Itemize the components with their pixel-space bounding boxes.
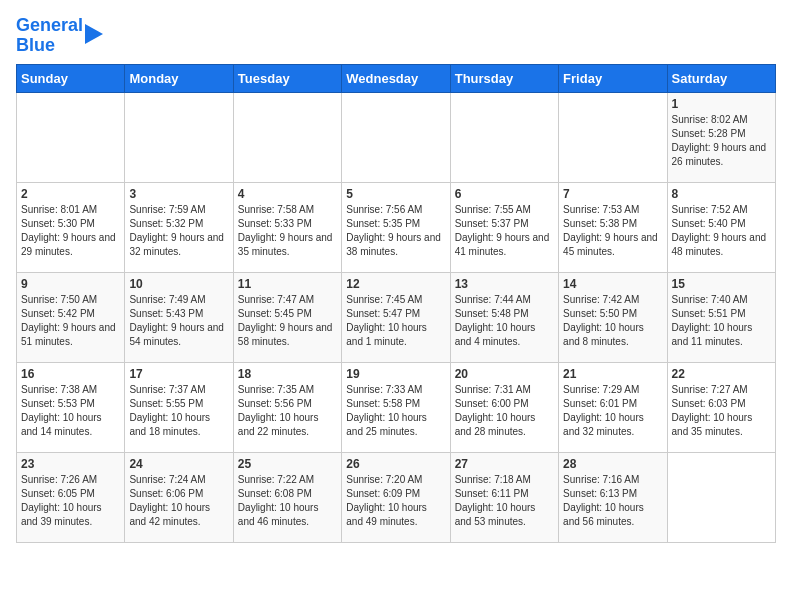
day-info: Sunrise: 7:33 AM Sunset: 5:58 PM Dayligh… <box>346 383 445 439</box>
day-number: 9 <box>21 277 120 291</box>
day-number: 12 <box>346 277 445 291</box>
day-info: Sunrise: 7:53 AM Sunset: 5:38 PM Dayligh… <box>563 203 662 259</box>
weekday-header-row: SundayMondayTuesdayWednesdayThursdayFrid… <box>17 64 776 92</box>
day-number: 27 <box>455 457 554 471</box>
day-cell: 4Sunrise: 7:58 AM Sunset: 5:33 PM Daylig… <box>233 182 341 272</box>
day-cell: 23Sunrise: 7:26 AM Sunset: 6:05 PM Dayli… <box>17 452 125 542</box>
day-info: Sunrise: 7:24 AM Sunset: 6:06 PM Dayligh… <box>129 473 228 529</box>
day-cell: 9Sunrise: 7:50 AM Sunset: 5:42 PM Daylig… <box>17 272 125 362</box>
week-row-3: 9Sunrise: 7:50 AM Sunset: 5:42 PM Daylig… <box>17 272 776 362</box>
day-cell: 13Sunrise: 7:44 AM Sunset: 5:48 PM Dayli… <box>450 272 558 362</box>
day-info: Sunrise: 7:27 AM Sunset: 6:03 PM Dayligh… <box>672 383 771 439</box>
day-info: Sunrise: 7:50 AM Sunset: 5:42 PM Dayligh… <box>21 293 120 349</box>
day-cell: 11Sunrise: 7:47 AM Sunset: 5:45 PM Dayli… <box>233 272 341 362</box>
day-number: 26 <box>346 457 445 471</box>
day-cell: 26Sunrise: 7:20 AM Sunset: 6:09 PM Dayli… <box>342 452 450 542</box>
day-cell: 24Sunrise: 7:24 AM Sunset: 6:06 PM Dayli… <box>125 452 233 542</box>
day-number: 5 <box>346 187 445 201</box>
week-row-5: 23Sunrise: 7:26 AM Sunset: 6:05 PM Dayli… <box>17 452 776 542</box>
day-number: 28 <box>563 457 662 471</box>
day-info: Sunrise: 7:26 AM Sunset: 6:05 PM Dayligh… <box>21 473 120 529</box>
day-cell: 7Sunrise: 7:53 AM Sunset: 5:38 PM Daylig… <box>559 182 667 272</box>
day-number: 10 <box>129 277 228 291</box>
logo-arrow-icon <box>85 24 103 44</box>
day-cell: 27Sunrise: 7:18 AM Sunset: 6:11 PM Dayli… <box>450 452 558 542</box>
day-number: 7 <box>563 187 662 201</box>
day-number: 11 <box>238 277 337 291</box>
day-number: 13 <box>455 277 554 291</box>
day-number: 2 <box>21 187 120 201</box>
day-cell: 10Sunrise: 7:49 AM Sunset: 5:43 PM Dayli… <box>125 272 233 362</box>
day-number: 23 <box>21 457 120 471</box>
day-cell <box>667 452 775 542</box>
weekday-header-saturday: Saturday <box>667 64 775 92</box>
day-number: 3 <box>129 187 228 201</box>
day-cell: 15Sunrise: 7:40 AM Sunset: 5:51 PM Dayli… <box>667 272 775 362</box>
day-number: 14 <box>563 277 662 291</box>
day-cell: 3Sunrise: 7:59 AM Sunset: 5:32 PM Daylig… <box>125 182 233 272</box>
day-number: 19 <box>346 367 445 381</box>
calendar-table: SundayMondayTuesdayWednesdayThursdayFrid… <box>16 64 776 543</box>
day-info: Sunrise: 7:56 AM Sunset: 5:35 PM Dayligh… <box>346 203 445 259</box>
day-info: Sunrise: 7:49 AM Sunset: 5:43 PM Dayligh… <box>129 293 228 349</box>
day-cell: 17Sunrise: 7:37 AM Sunset: 5:55 PM Dayli… <box>125 362 233 452</box>
weekday-header-wednesday: Wednesday <box>342 64 450 92</box>
day-info: Sunrise: 8:02 AM Sunset: 5:28 PM Dayligh… <box>672 113 771 169</box>
day-info: Sunrise: 7:42 AM Sunset: 5:50 PM Dayligh… <box>563 293 662 349</box>
day-number: 15 <box>672 277 771 291</box>
day-cell: 5Sunrise: 7:56 AM Sunset: 5:35 PM Daylig… <box>342 182 450 272</box>
weekday-header-friday: Friday <box>559 64 667 92</box>
day-info: Sunrise: 7:55 AM Sunset: 5:37 PM Dayligh… <box>455 203 554 259</box>
day-info: Sunrise: 7:52 AM Sunset: 5:40 PM Dayligh… <box>672 203 771 259</box>
day-cell: 25Sunrise: 7:22 AM Sunset: 6:08 PM Dayli… <box>233 452 341 542</box>
week-row-4: 16Sunrise: 7:38 AM Sunset: 5:53 PM Dayli… <box>17 362 776 452</box>
day-info: Sunrise: 7:40 AM Sunset: 5:51 PM Dayligh… <box>672 293 771 349</box>
day-info: Sunrise: 7:45 AM Sunset: 5:47 PM Dayligh… <box>346 293 445 349</box>
day-cell: 6Sunrise: 7:55 AM Sunset: 5:37 PM Daylig… <box>450 182 558 272</box>
day-info: Sunrise: 7:31 AM Sunset: 6:00 PM Dayligh… <box>455 383 554 439</box>
day-number: 8 <box>672 187 771 201</box>
day-cell: 16Sunrise: 7:38 AM Sunset: 5:53 PM Dayli… <box>17 362 125 452</box>
day-cell: 1Sunrise: 8:02 AM Sunset: 5:28 PM Daylig… <box>667 92 775 182</box>
day-number: 6 <box>455 187 554 201</box>
day-number: 16 <box>21 367 120 381</box>
weekday-header-monday: Monday <box>125 64 233 92</box>
day-number: 25 <box>238 457 337 471</box>
day-info: Sunrise: 7:38 AM Sunset: 5:53 PM Dayligh… <box>21 383 120 439</box>
day-cell: 21Sunrise: 7:29 AM Sunset: 6:01 PM Dayli… <box>559 362 667 452</box>
day-cell: 28Sunrise: 7:16 AM Sunset: 6:13 PM Dayli… <box>559 452 667 542</box>
day-cell <box>450 92 558 182</box>
logo-text: GeneralBlue <box>16 16 83 56</box>
day-info: Sunrise: 7:22 AM Sunset: 6:08 PM Dayligh… <box>238 473 337 529</box>
day-cell: 20Sunrise: 7:31 AM Sunset: 6:00 PM Dayli… <box>450 362 558 452</box>
week-row-1: 1Sunrise: 8:02 AM Sunset: 5:28 PM Daylig… <box>17 92 776 182</box>
day-info: Sunrise: 7:35 AM Sunset: 5:56 PM Dayligh… <box>238 383 337 439</box>
day-number: 22 <box>672 367 771 381</box>
day-info: Sunrise: 7:44 AM Sunset: 5:48 PM Dayligh… <box>455 293 554 349</box>
day-number: 21 <box>563 367 662 381</box>
day-number: 18 <box>238 367 337 381</box>
day-info: Sunrise: 7:37 AM Sunset: 5:55 PM Dayligh… <box>129 383 228 439</box>
day-info: Sunrise: 7:18 AM Sunset: 6:11 PM Dayligh… <box>455 473 554 529</box>
day-info: Sunrise: 7:29 AM Sunset: 6:01 PM Dayligh… <box>563 383 662 439</box>
day-cell: 14Sunrise: 7:42 AM Sunset: 5:50 PM Dayli… <box>559 272 667 362</box>
day-number: 17 <box>129 367 228 381</box>
day-number: 20 <box>455 367 554 381</box>
day-info: Sunrise: 7:20 AM Sunset: 6:09 PM Dayligh… <box>346 473 445 529</box>
day-info: Sunrise: 7:59 AM Sunset: 5:32 PM Dayligh… <box>129 203 228 259</box>
day-number: 4 <box>238 187 337 201</box>
day-cell: 18Sunrise: 7:35 AM Sunset: 5:56 PM Dayli… <box>233 362 341 452</box>
day-cell <box>342 92 450 182</box>
logo: GeneralBlue <box>16 16 103 56</box>
day-info: Sunrise: 7:47 AM Sunset: 5:45 PM Dayligh… <box>238 293 337 349</box>
page-header: GeneralBlue <box>16 16 776 56</box>
day-number: 1 <box>672 97 771 111</box>
day-cell <box>125 92 233 182</box>
day-info: Sunrise: 8:01 AM Sunset: 5:30 PM Dayligh… <box>21 203 120 259</box>
week-row-2: 2Sunrise: 8:01 AM Sunset: 5:30 PM Daylig… <box>17 182 776 272</box>
day-cell: 12Sunrise: 7:45 AM Sunset: 5:47 PM Dayli… <box>342 272 450 362</box>
day-number: 24 <box>129 457 228 471</box>
weekday-header-sunday: Sunday <box>17 64 125 92</box>
day-cell: 2Sunrise: 8:01 AM Sunset: 5:30 PM Daylig… <box>17 182 125 272</box>
day-cell <box>559 92 667 182</box>
